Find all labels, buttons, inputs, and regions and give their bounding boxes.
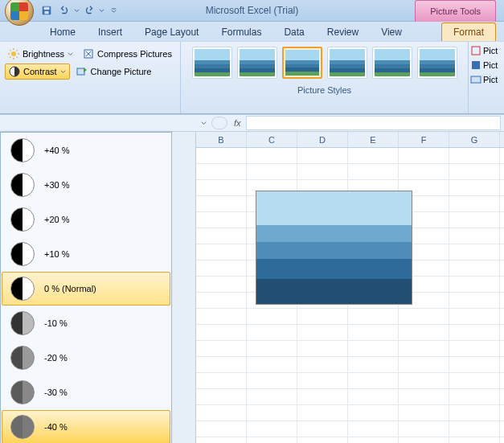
column-header[interactable]: E bbox=[348, 132, 399, 147]
group-side-buttons: Pict Pict Pict bbox=[468, 42, 504, 113]
tab-page-layout[interactable]: Page Layout bbox=[133, 23, 210, 41]
change-picture-button[interactable]: Change Picture bbox=[73, 64, 155, 79]
svg-line-8 bbox=[10, 50, 11, 51]
picture-effects-button[interactable]: Pict bbox=[470, 59, 502, 71]
picture-border-button[interactable]: Pict bbox=[470, 45, 502, 56]
svg-rect-17 bbox=[471, 76, 481, 83]
cancel-entry-button[interactable] bbox=[211, 117, 227, 129]
contrast-preview-icon bbox=[10, 415, 35, 439]
picture-styles-label: Picture Styles bbox=[297, 85, 351, 95]
brightness-button[interactable]: Brightness bbox=[5, 47, 76, 61]
brightness-label: Brightness bbox=[23, 49, 64, 59]
compress-icon bbox=[83, 48, 94, 59]
svg-rect-2 bbox=[44, 11, 48, 14]
picture-style-2[interactable] bbox=[237, 47, 277, 79]
picture-style-4[interactable] bbox=[327, 47, 367, 79]
quick-access-toolbar bbox=[39, 2, 117, 18]
column-header[interactable]: C bbox=[247, 132, 297, 147]
contrast-option-label: +10 % bbox=[44, 249, 70, 259]
picture-tools-context-tab: Picture Tools bbox=[415, 0, 496, 22]
undo-button[interactable] bbox=[56, 2, 72, 18]
contrast-preview-icon bbox=[10, 277, 35, 301]
contrast-option[interactable]: -10 % bbox=[2, 306, 170, 340]
title-bar: Microsoft Excel (Trial) Picture Tools bbox=[0, 0, 504, 22]
brightness-icon bbox=[8, 48, 19, 59]
group-picture-styles: Picture Styles bbox=[181, 42, 468, 113]
change-picture-icon bbox=[76, 66, 88, 77]
tab-formulas[interactable]: Formulas bbox=[210, 23, 272, 41]
svg-rect-15 bbox=[472, 47, 480, 55]
contrast-button[interactable]: Contrast bbox=[5, 64, 70, 80]
contrast-option-label: 0 % (Normal) bbox=[44, 284, 96, 293]
contrast-option[interactable]: +10 % bbox=[2, 237, 170, 271]
formula-input[interactable] bbox=[246, 116, 501, 130]
picture-layout-button[interactable]: Pict bbox=[470, 74, 502, 85]
column-header[interactable]: D bbox=[297, 132, 348, 147]
embedded-picture[interactable] bbox=[256, 191, 412, 305]
tab-review[interactable]: Review bbox=[316, 23, 370, 41]
contrast-preview-icon bbox=[10, 311, 35, 335]
contrast-option[interactable]: 0 % (Normal) bbox=[2, 272, 170, 306]
contrast-option[interactable]: -20 % bbox=[2, 341, 170, 375]
redo-dropdown-icon[interactable] bbox=[99, 8, 104, 14]
formula-bar: fx bbox=[0, 114, 504, 132]
ribbon: Home Insert Page Layout Formulas Data Re… bbox=[0, 22, 504, 114]
contrast-preview-icon bbox=[10, 207, 35, 232]
svg-rect-14 bbox=[77, 68, 84, 75]
contrast-preview-icon bbox=[10, 138, 35, 162]
worksheet-grid[interactable]: BCDEFG bbox=[196, 132, 504, 443]
svg-rect-16 bbox=[472, 61, 480, 69]
contrast-option[interactable]: +40 % bbox=[2, 133, 170, 167]
contrast-option-label: +40 % bbox=[44, 146, 70, 155]
picture-style-1[interactable] bbox=[192, 47, 232, 79]
chevron-down-icon bbox=[60, 69, 66, 75]
window-title: Microsoft Excel (Trial) bbox=[206, 5, 299, 16]
svg-line-9 bbox=[17, 57, 18, 59]
cells-area[interactable] bbox=[196, 148, 504, 443]
column-headers: BCDEFG bbox=[196, 132, 504, 148]
contrast-preview-icon bbox=[10, 173, 35, 197]
undo-dropdown-icon[interactable] bbox=[74, 8, 80, 14]
redo-button[interactable] bbox=[81, 2, 97, 18]
contrast-preview-icon bbox=[10, 346, 35, 370]
contrast-label: Contrast bbox=[23, 67, 57, 76]
qat-customize-icon[interactable] bbox=[111, 8, 117, 14]
change-picture-label: Change Picture bbox=[91, 67, 152, 76]
picture-style-6[interactable] bbox=[417, 47, 457, 79]
contrast-option[interactable]: -40 % bbox=[2, 410, 170, 443]
tab-home[interactable]: Home bbox=[39, 23, 87, 41]
tab-view[interactable]: View bbox=[370, 23, 413, 41]
svg-rect-1 bbox=[44, 7, 50, 10]
contrast-dropdown: +40 %+30 %+20 %+10 %0 % (Normal)-10 %-20… bbox=[0, 132, 172, 443]
name-box-dropdown-icon[interactable] bbox=[201, 121, 207, 126]
contrast-option-label: -20 % bbox=[44, 353, 68, 363]
contrast-preview-icon bbox=[10, 242, 35, 266]
svg-point-3 bbox=[11, 51, 16, 56]
chevron-down-icon bbox=[68, 51, 73, 57]
contrast-icon bbox=[9, 66, 20, 77]
contrast-option[interactable]: +20 % bbox=[2, 203, 170, 236]
svg-line-11 bbox=[17, 50, 18, 51]
picture-style-3[interactable] bbox=[282, 47, 322, 79]
group-adjust: Brightness Compress Pictures Contrast Ch… bbox=[0, 42, 181, 113]
fx-icon[interactable]: fx bbox=[234, 118, 241, 128]
contrast-option-label: -40 % bbox=[44, 422, 68, 432]
contrast-option[interactable]: -30 % bbox=[2, 375, 170, 409]
contrast-option-label: -30 % bbox=[44, 388, 68, 397]
contrast-option-label: +30 % bbox=[44, 180, 70, 190]
picture-style-5[interactable] bbox=[372, 47, 412, 79]
save-button[interactable] bbox=[39, 2, 55, 18]
ribbon-tabs: Home Insert Page Layout Formulas Data Re… bbox=[0, 22, 504, 41]
tab-data[interactable]: Data bbox=[272, 23, 315, 41]
row-headers bbox=[172, 132, 196, 443]
column-header[interactable]: B bbox=[196, 132, 247, 147]
tab-format[interactable]: Format bbox=[441, 23, 496, 41]
tab-insert[interactable]: Insert bbox=[87, 23, 133, 41]
contrast-option-label: -10 % bbox=[44, 318, 68, 328]
contrast-option-label: +20 % bbox=[44, 215, 70, 224]
contrast-preview-icon bbox=[10, 380, 35, 404]
contrast-option[interactable]: +30 % bbox=[2, 168, 170, 202]
column-header[interactable]: G bbox=[449, 132, 500, 147]
compress-pictures-button[interactable]: Compress Pictures bbox=[80, 47, 175, 61]
column-header[interactable]: F bbox=[399, 132, 449, 147]
